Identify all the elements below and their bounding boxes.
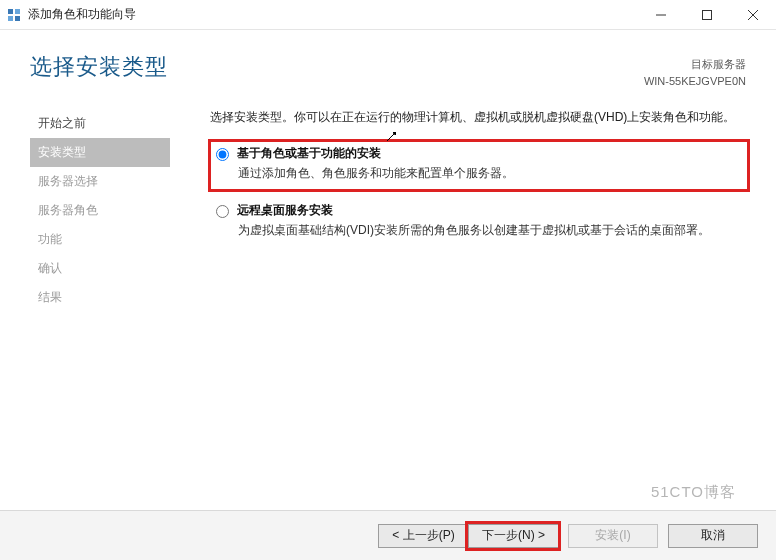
step-results: 结果	[30, 283, 170, 312]
app-icon	[6, 7, 22, 23]
step-confirmation: 确认	[30, 254, 170, 283]
wizard-footer: < 上一步(P) 下一步(N) > 安装(I) 取消	[0, 510, 776, 560]
option-rds-title: 远程桌面服务安装	[237, 202, 333, 219]
step-installation-type[interactable]: 安装类型	[30, 138, 170, 167]
step-before-you-begin[interactable]: 开始之前	[30, 109, 170, 138]
option-rds-desc: 为虚拟桌面基础结构(VDI)安装所需的角色服务以创建基于虚拟机或基于会话的桌面部…	[238, 219, 742, 240]
target-server-name: WIN-55KEJGVPE0N	[644, 73, 746, 90]
svg-rect-2	[8, 16, 13, 21]
step-server-roles: 服务器角色	[30, 196, 170, 225]
cancel-button[interactable]: 取消	[668, 524, 758, 548]
page-title: 选择安装类型	[30, 52, 168, 82]
svg-rect-0	[8, 9, 13, 14]
option-role-based[interactable]: 基于角色或基于功能的安装 通过添加角色、角色服务和功能来配置单个服务器。	[210, 141, 748, 189]
intro-text: 选择安装类型。你可以在正在运行的物理计算机、虚拟机或脱机虚拟硬盘(VHD)上安装…	[210, 107, 748, 127]
step-server-selection: 服务器选择	[30, 167, 170, 196]
svg-rect-1	[15, 9, 20, 14]
svg-rect-3	[15, 16, 20, 21]
step-features: 功能	[30, 225, 170, 254]
target-server-label: 目标服务器	[644, 56, 746, 73]
window-title: 添加角色和功能向导	[28, 6, 136, 23]
svg-rect-4	[703, 10, 712, 19]
option-role-based-desc: 通过添加角色、角色服务和功能来配置单个服务器。	[238, 162, 742, 183]
install-type-options: 基于角色或基于功能的安装 通过添加角色、角色服务和功能来配置单个服务器。 远程桌…	[210, 141, 748, 245]
next-button[interactable]: 下一步(N) >	[468, 524, 558, 548]
target-server-info: 目标服务器 WIN-55KEJGVPE0N	[644, 52, 746, 89]
option-rds[interactable]: 远程桌面服务安装 为虚拟桌面基础结构(VDI)安装所需的角色服务以创建基于虚拟机…	[210, 198, 748, 246]
wizard-steps-sidebar: 开始之前 安装类型 服务器选择 服务器角色 功能 确认 结果	[0, 99, 170, 497]
wizard-content: 选择安装类型。你可以在正在运行的物理计算机、虚拟机或脱机虚拟硬盘(VHD)上安装…	[170, 99, 776, 497]
close-button[interactable]	[730, 0, 776, 30]
minimize-button[interactable]	[638, 0, 684, 30]
maximize-button[interactable]	[684, 0, 730, 30]
previous-button[interactable]: < 上一步(P)	[378, 524, 468, 548]
radio-role-based[interactable]	[216, 148, 229, 161]
option-role-based-title: 基于角色或基于功能的安装	[237, 145, 381, 162]
window-titlebar: 添加角色和功能向导	[0, 0, 776, 30]
install-button: 安装(I)	[568, 524, 658, 548]
radio-rds[interactable]	[216, 205, 229, 218]
wizard-header: 选择安装类型 目标服务器 WIN-55KEJGVPE0N	[0, 30, 776, 99]
